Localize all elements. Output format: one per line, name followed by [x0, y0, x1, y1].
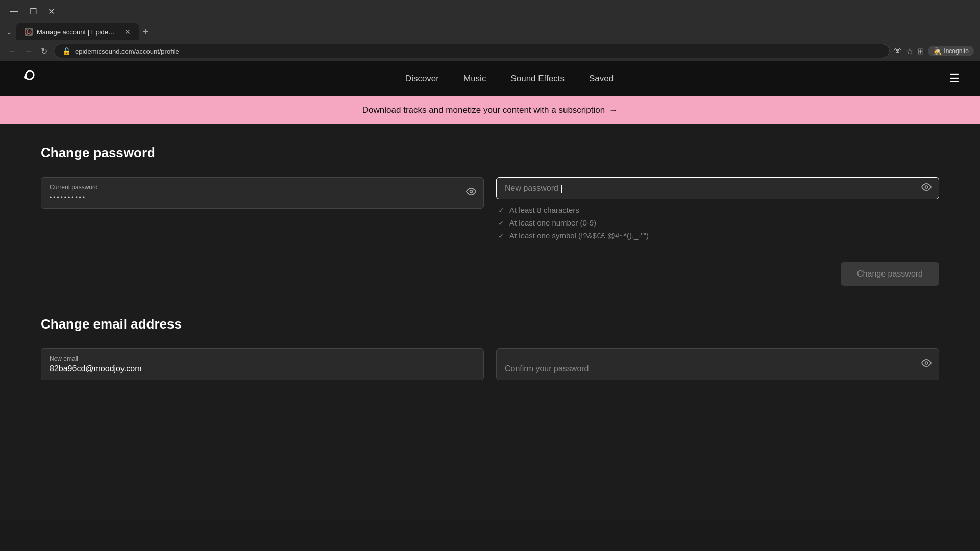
eye-off-icon[interactable]: 👁	[894, 46, 902, 56]
validation-item-1: ✓ At least 8 characters	[498, 206, 939, 214]
browser-chrome: — ❐ ✕ ⌄ Manage account | Epidemic So ✕ +…	[0, 0, 980, 61]
url-text: epidemicsound.com/account/profile	[75, 47, 179, 55]
tab-title: Manage account | Epidemic So	[37, 28, 118, 36]
change-email-title: Change email address	[41, 316, 939, 332]
change-password-button[interactable]: Change password	[841, 262, 939, 286]
validation-text-1: At least 8 characters	[509, 206, 579, 214]
confirm-password-field: . Confirm your password	[496, 348, 939, 380]
check-icon-3: ✓	[498, 232, 504, 240]
nav-music[interactable]: Music	[463, 73, 486, 84]
check-icon-2: ✓	[498, 219, 504, 227]
promo-message: Download tracks and monetize your conten…	[362, 105, 605, 115]
app-wrapper: Discover Music Sound Effects Saved ☰ Dow…	[0, 61, 980, 520]
nav-discover[interactable]: Discover	[405, 73, 439, 84]
promo-banner[interactable]: Download tracks and monetize your conten…	[0, 96, 980, 124]
new-password-toggle-eye[interactable]	[921, 182, 932, 195]
svg-point-2	[470, 190, 473, 193]
forward-button[interactable]: →	[22, 44, 35, 58]
browser-tab-active[interactable]: Manage account | Epidemic So ✕	[16, 23, 139, 40]
browser-titlebar: — ❐ ✕	[0, 0, 980, 22]
validation-text-3: At least one symbol (!?&$€£ @#~*(),_-"")	[509, 231, 649, 240]
new-password-field: New password ✓ At leas	[496, 177, 939, 252]
new-password-placeholder: New password	[505, 184, 558, 192]
address-actions: 👁 ☆ ⊞ 🕵 Incognito	[894, 46, 974, 56]
password-form-row: Current password •••••••••• New pass	[41, 177, 939, 252]
app-nav: Discover Music Sound Effects Saved ☰	[0, 61, 980, 96]
current-password-label: Current password	[50, 184, 458, 191]
main-content: Change password Current password •••••••…	[0, 124, 980, 400]
svg-point-3	[925, 186, 928, 188]
address-bar: ← → ↻ 🔒 epidemicsound.com/account/profil…	[0, 41, 980, 61]
confirm-password-toggle-eye[interactable]	[921, 358, 932, 371]
window-minimize-button[interactable]: —	[6, 6, 22, 17]
divider	[41, 274, 824, 274]
tab-group-icon[interactable]: ⌄	[6, 28, 12, 36]
hamburger-menu-button[interactable]: ☰	[949, 72, 960, 85]
validation-text-2: At least one number (0-9)	[509, 218, 596, 227]
validation-item-2: ✓ At least one number (0-9)	[498, 218, 939, 227]
app-logo[interactable]	[20, 68, 39, 90]
nav-saved[interactable]: Saved	[589, 73, 614, 84]
svg-point-1	[24, 76, 27, 79]
incognito-badge: 🕵 Incognito	[928, 46, 974, 56]
change-email-section: Change email address New email 82ba96cd@…	[41, 316, 939, 380]
validation-item-3: ✓ At least one symbol (!?&$€£ @#~*(),_-"…	[498, 231, 939, 240]
tab-close-button[interactable]: ✕	[125, 28, 131, 36]
check-icon-1: ✓	[498, 206, 504, 214]
new-email-label: New email	[50, 355, 475, 362]
new-email-field: New email 82ba96cd@moodjoy.com	[41, 348, 484, 380]
current-password-input-wrapper[interactable]: Current password ••••••••••	[41, 177, 484, 209]
back-button[interactable]: ←	[6, 44, 18, 58]
email-form-row: New email 82ba96cd@moodjoy.com . Confirm…	[41, 348, 939, 380]
promo-arrow-icon: →	[609, 105, 618, 115]
current-password-field: Current password ••••••••••	[41, 177, 484, 252]
confirm-password-input-wrapper[interactable]: . Confirm your password	[496, 348, 939, 380]
change-password-section: Change password Current password •••••••…	[41, 145, 939, 286]
new-email-input-wrapper[interactable]: New email 82ba96cd@moodjoy.com	[41, 348, 484, 380]
current-password-value: ••••••••••	[50, 194, 86, 202]
validation-list: ✓ At least 8 characters ✓ At least one n…	[496, 206, 939, 240]
url-bar[interactable]: 🔒 epidemicsound.com/account/profile	[54, 44, 890, 58]
tab-bar: ⌄ Manage account | Epidemic So ✕ +	[0, 22, 980, 41]
incognito-label: Incognito	[944, 47, 969, 55]
window-close-button[interactable]: ✕	[44, 6, 59, 17]
new-tab-button[interactable]: +	[143, 27, 149, 37]
browser-menu-icon[interactable]: ⊞	[917, 46, 924, 56]
bookmark-icon[interactable]: ☆	[906, 46, 913, 56]
window-maximize-button[interactable]: ❐	[26, 6, 41, 17]
change-password-title: Change password	[41, 145, 939, 161]
new-password-input-wrapper[interactable]: New password	[496, 177, 939, 199]
confirm-password-placeholder: Confirm your password	[505, 364, 913, 373]
nav-sound-effects[interactable]: Sound Effects	[510, 73, 565, 84]
cursor	[561, 185, 562, 193]
nav-links: Discover Music Sound Effects Saved	[69, 73, 949, 84]
current-password-toggle-eye[interactable]	[466, 187, 476, 199]
new-email-value: 82ba96cd@moodjoy.com	[50, 364, 475, 373]
tab-favicon	[24, 28, 33, 36]
svg-point-4	[925, 362, 928, 364]
refresh-button[interactable]: ↻	[39, 44, 50, 58]
promo-text: Download tracks and monetize your conten…	[362, 105, 618, 115]
